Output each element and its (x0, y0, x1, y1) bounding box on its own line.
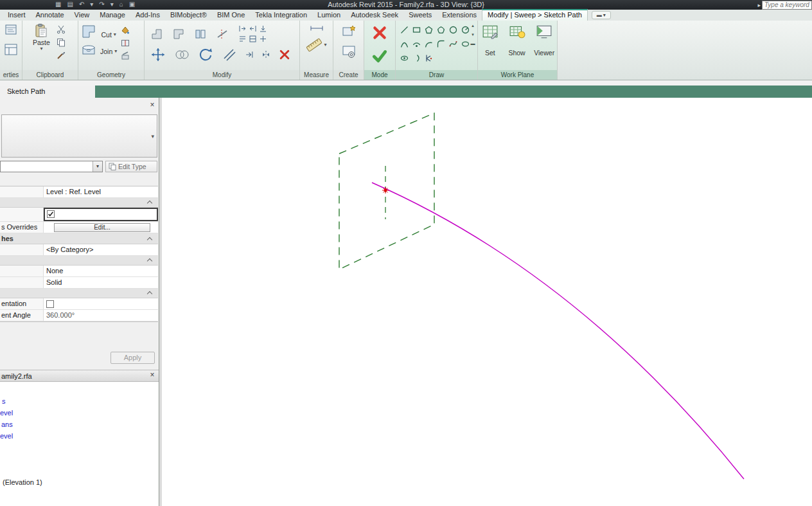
property-row-work-plane[interactable]: Level : Ref. Level (0, 186, 158, 198)
scale-icon[interactable] (249, 35, 257, 43)
split-face-button[interactable] (121, 39, 130, 48)
draw-scroll-down-icon[interactable]: ▾ (472, 32, 474, 37)
draw-fillet-arc-tool[interactable] (436, 37, 446, 50)
overrides-edit-button[interactable]: Edit... (54, 223, 150, 232)
beam-join-icon[interactable] (195, 28, 206, 40)
draw-circle-tool[interactable] (448, 23, 459, 36)
tab-manage[interactable]: Manage (94, 10, 130, 21)
cut-geometry-icon[interactable] (81, 42, 96, 58)
qat-icon-4[interactable]: ▣ (129, 1, 135, 8)
qat-icon-3[interactable]: ⌂ (119, 1, 123, 8)
draw-line-tool[interactable] (399, 23, 410, 36)
viewer-button[interactable]: Viewer (531, 23, 557, 57)
tab-modify-sweep-sketch-path[interactable]: Modify | Sweep > Sketch Path (482, 9, 588, 21)
property-row-material[interactable]: <By Category> (0, 244, 158, 256)
draw-arc-tool[interactable] (411, 37, 422, 50)
undo-dropdown-icon[interactable]: ▾ (90, 1, 93, 8)
draw-tangent-arc-tool[interactable] (423, 37, 434, 50)
create-similar-icon[interactable] (341, 44, 357, 59)
property-row-angle[interactable]: ent Angle 360.000° (0, 310, 158, 321)
paint-button[interactable] (121, 26, 130, 35)
delete-icon[interactable] (278, 48, 291, 61)
copy-to-clipboard-button[interactable] (57, 38, 66, 47)
mirror-icon[interactable] (259, 24, 267, 33)
tab-tekla-integration[interactable]: Tekla Integration (250, 10, 312, 21)
set-work-plane-button[interactable]: Set (478, 23, 502, 57)
tree-item-ref-level-1[interactable]: evel (0, 409, 13, 417)
visible-checkbox[interactable] (47, 210, 55, 218)
split-element-icon[interactable] (216, 28, 228, 40)
tab-annotate[interactable]: Annotate (31, 10, 69, 21)
property-row-graphics-overrides[interactable]: s Overrides Edit... (0, 222, 158, 233)
cancel-sketch-icon[interactable] (371, 24, 388, 41)
sweep-origin-point[interactable] (382, 187, 389, 194)
trim-icon[interactable] (174, 47, 190, 62)
visible-value-cell[interactable] (44, 208, 158, 221)
paste-button[interactable]: Paste ▾ (33, 23, 50, 51)
offset-icon[interactable] (249, 24, 257, 33)
move-icon[interactable] (150, 46, 166, 63)
properties-close-icon[interactable]: × (148, 101, 157, 110)
family-types-icon[interactable] (3, 42, 19, 57)
search-expand-icon[interactable]: ▸ (757, 2, 761, 8)
property-row-visible[interactable] (0, 208, 158, 222)
align-icon[interactable] (238, 24, 247, 33)
qat-icon-1[interactable]: ▦ (55, 1, 61, 8)
property-row-none[interactable]: None (0, 266, 158, 277)
wall-join-icon[interactable] (151, 28, 163, 40)
section-expander[interactable] (0, 289, 158, 298)
draw-inscribed-polygon-tool[interactable] (423, 23, 434, 36)
offset-copy-icon[interactable] (222, 47, 237, 62)
show-work-plane-button[interactable]: Show (505, 23, 529, 57)
tab-extensions[interactable]: Extensions (437, 10, 482, 21)
tree-item-plans[interactable]: ans (1, 420, 13, 428)
array-icon[interactable] (238, 35, 247, 43)
draw-spline-tool[interactable] (448, 37, 459, 50)
qat-icon-2[interactable]: ▤ (67, 1, 73, 8)
section-expander[interactable] (0, 256, 158, 266)
edit-type-button[interactable]: Edit Type (105, 161, 157, 172)
tree-item-views[interactable]: s (2, 397, 6, 405)
tree-item-ref-level-2[interactable]: evel (0, 432, 13, 440)
tree-item-elevation-1[interactable]: (Elevation 1) (3, 478, 42, 486)
redo-icon[interactable]: ↷ (99, 1, 104, 8)
cope-icon[interactable] (81, 24, 96, 39)
create-group-icon[interactable] (341, 24, 357, 39)
aligned-dimension-icon[interactable] (310, 25, 324, 32)
orientation-checkbox[interactable] (46, 300, 54, 308)
cut-to-clipboard-button[interactable] (57, 25, 66, 34)
finish-sketch-icon[interactable] (371, 48, 388, 64)
tab-view[interactable]: View (69, 10, 95, 21)
tab-add-ins[interactable]: Add-Ins (130, 10, 165, 21)
match-type-button[interactable] (57, 51, 66, 60)
draw-rectangle-tool[interactable] (411, 23, 422, 36)
tab-sweets[interactable]: Sweets (403, 10, 437, 21)
draw-circumscribed-polygon-tool[interactable] (436, 23, 446, 36)
apply-button[interactable]: Apply (110, 352, 155, 364)
redo-dropdown-icon[interactable]: ▾ (110, 1, 114, 8)
section-expander[interactable] (0, 198, 158, 208)
family-type-combobox[interactable]: ▾ (0, 161, 103, 172)
property-row-orientation[interactable]: entation (0, 298, 158, 310)
undo-icon[interactable]: ↶ (79, 1, 84, 8)
property-row-solid[interactable]: Solid (0, 277, 158, 289)
ribbon-display-toggle[interactable]: ▬ ▾ (592, 11, 611, 19)
browser-close-icon[interactable]: × (148, 371, 157, 380)
measure-button[interactable]: ▾ (306, 37, 326, 53)
drawing-area[interactable] (159, 98, 812, 506)
demolish-button[interactable] (121, 51, 130, 60)
cut-dropdown-button[interactable]: Cut ▾ (100, 30, 117, 39)
properties-icon[interactable] (4, 24, 17, 37)
drawing-canvas[interactable] (163, 98, 812, 506)
rotate-icon[interactable] (197, 46, 214, 63)
draw-scroll-up-icon[interactable]: ▴ (472, 23, 474, 28)
keyword-search-input[interactable] (762, 1, 812, 10)
section-header-hes[interactable]: hes (0, 233, 158, 244)
draw-half-ellipse-tool[interactable] (411, 51, 422, 64)
draw-panel-more-icon[interactable]: ▬ (471, 41, 475, 46)
tab-bim-one[interactable]: BIM One (212, 10, 250, 21)
pick-lines-tool[interactable] (423, 51, 434, 64)
tab-autodesk-seek[interactable]: Autodesk Seek (346, 10, 403, 21)
pin-icon[interactable] (259, 35, 267, 43)
tab-lumion[interactable]: Lumion (312, 10, 346, 21)
